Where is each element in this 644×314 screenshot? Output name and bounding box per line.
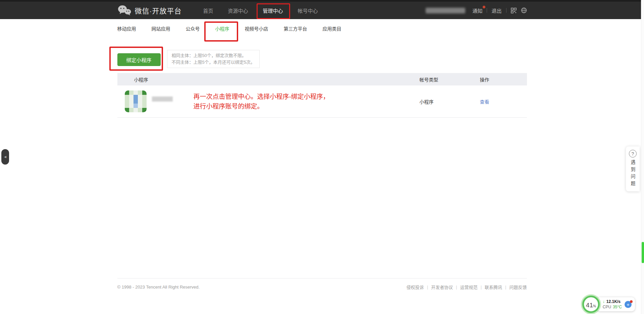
notice-link[interactable]: 通知 [472, 7, 482, 14]
secondary-tabbar: 移动应用 网站应用 公众号 小程序 视频号小店 第三方平台 应用类目 [0, 19, 644, 38]
divider [506, 8, 506, 13]
brand[interactable]: 微信·开放平台 [117, 5, 182, 16]
quota-line2: 不同主体：上限5个，本月还可以绑定5次。 [172, 59, 255, 66]
sidebar-collapse-button[interactable]: ◀ [1, 149, 9, 165]
view-link[interactable]: 查看 [480, 99, 489, 105]
language-globe-icon[interactable] [521, 7, 527, 13]
footer-link-feedback[interactable]: 问题反馈 [509, 284, 527, 290]
top-navbar: 微信·开放平台 首页 资源中心 管理中心 帐号中心 通知 退出 [0, 0, 644, 19]
top-nav: 首页 资源中心 管理中心 帐号中心 [203, 7, 318, 14]
bind-miniprogram-button[interactable]: 绑定小程序 [117, 53, 161, 66]
footer-link-infringement[interactable]: 侵权投诉 [407, 284, 424, 290]
tab-website-app[interactable]: 网站应用 [152, 25, 170, 32]
footer-link-operation-rules[interactable]: 运营规范 [460, 284, 478, 290]
miniprogram-cell: 再一次点击管理中心。选择小程序-绑定小程序， 进行小程序账号的绑定。 [117, 90, 420, 112]
wechat-logo-icon [117, 5, 131, 16]
footer-link-contact-tencent[interactable]: 联系腾讯 [485, 284, 502, 290]
col-header-action: 操作 [480, 76, 527, 83]
nav-management-center[interactable]: 管理中心 [263, 7, 283, 14]
username-blurred [426, 8, 465, 13]
battery-percent-ring: 41% [582, 296, 600, 313]
tab-channels-shop[interactable]: 视频号小店 [245, 25, 268, 32]
divider [502, 285, 509, 290]
table-header: 小程序 帐号类型 操作 [117, 73, 527, 85]
qr-code-icon[interactable] [511, 8, 517, 13]
col-header-account-type: 帐号类型 [420, 76, 480, 83]
miniprogram-table: 小程序 帐号类型 操作 [117, 73, 527, 118]
help-widget[interactable]: ? 遇到问题 [626, 146, 640, 191]
monitor-pill: ↓ 12.1K/s CPU 35°C + [597, 297, 635, 311]
cpu-label: CPU [603, 305, 611, 309]
nav-account-center[interactable]: 帐号中心 [298, 7, 318, 14]
nav-home[interactable]: 首页 [203, 7, 213, 14]
system-monitor-widget[interactable]: 41% ↓ 12.1K/s CPU 35°C + [582, 296, 635, 313]
account-type-value: 小程序 [420, 98, 480, 105]
annotation-red-text: 再一次点击管理中心。选择小程序-绑定小程序， 进行小程序账号的绑定。 [194, 92, 329, 111]
help-label: 遇到问题 [630, 160, 636, 188]
tab-miniprogram[interactable]: 小程序 [215, 25, 229, 32]
notification-badge-dot [630, 300, 633, 303]
quota-info-box: 相同主体：上限50个，绑定次数不限。 不同主体：上限5个，本月还可以绑定5次。 [167, 50, 260, 68]
divider [453, 285, 460, 290]
tab-mobile-app[interactable]: 移动应用 [117, 25, 136, 32]
scrollbar-green-marker[interactable] [642, 242, 644, 263]
tab-third-party-platform[interactable]: 第三方平台 [284, 25, 307, 32]
download-arrow-icon: ↓ [603, 299, 605, 304]
footer: © 1998 - 2023 Tencent All Right Reserved… [117, 278, 527, 290]
notice-label: 通知 [472, 8, 482, 14]
download-speed: 12.1K/s [606, 299, 621, 304]
question-icon: ? [629, 150, 637, 158]
scrollbar-track[interactable] [641, 0, 644, 314]
notice-badge-dot [483, 6, 485, 8]
annotation-line2: 进行小程序账号的绑定。 [194, 102, 329, 111]
divider [487, 8, 487, 13]
tab-official-account[interactable]: 公众号 [186, 25, 200, 32]
add-button[interactable]: + [625, 301, 632, 308]
nav-resource-center[interactable]: 资源中心 [228, 7, 248, 14]
logout-link[interactable]: 退出 [491, 7, 501, 14]
brand-title: 微信·开放平台 [135, 5, 182, 15]
plus-icon: + [627, 302, 630, 307]
user-area: 通知 退出 [426, 7, 527, 14]
app-icon-mosaic [125, 90, 147, 112]
app-name-blurred [152, 97, 173, 102]
cpu-temperature: 35°C [613, 305, 622, 309]
quota-line1: 相同主体：上限50个，绑定次数不限。 [172, 52, 255, 59]
left-arrow-icon: ◀ [4, 155, 6, 159]
percent-value: 41 [586, 302, 593, 309]
main-content: 绑定小程序 相同主体：上限50个，绑定次数不限。 不同主体：上限5个，本月还可以… [117, 38, 527, 314]
footer-link-developer-agreement[interactable]: 开发者协议 [431, 284, 453, 290]
tab-app-category[interactable]: 应用类目 [323, 25, 341, 32]
annotation-line1: 再一次点击管理中心。选择小程序-绑定小程序， [194, 92, 329, 102]
percent-sign: % [593, 304, 596, 308]
page-root: 微信·开放平台 首页 资源中心 管理中心 帐号中心 通知 退出 [0, 0, 644, 314]
divider [424, 285, 431, 290]
footer-links: 侵权投诉 开发者协议 运营规范 联系腾讯 问题反馈 [407, 284, 527, 290]
col-header-miniprogram: 小程序 [117, 76, 420, 83]
table-row: 再一次点击管理中心。选择小程序-绑定小程序， 进行小程序账号的绑定。 小程序 查… [117, 85, 527, 118]
copyright-text: © 1998 - 2023 Tencent All Right Reserved… [117, 285, 200, 290]
divider [478, 285, 485, 290]
